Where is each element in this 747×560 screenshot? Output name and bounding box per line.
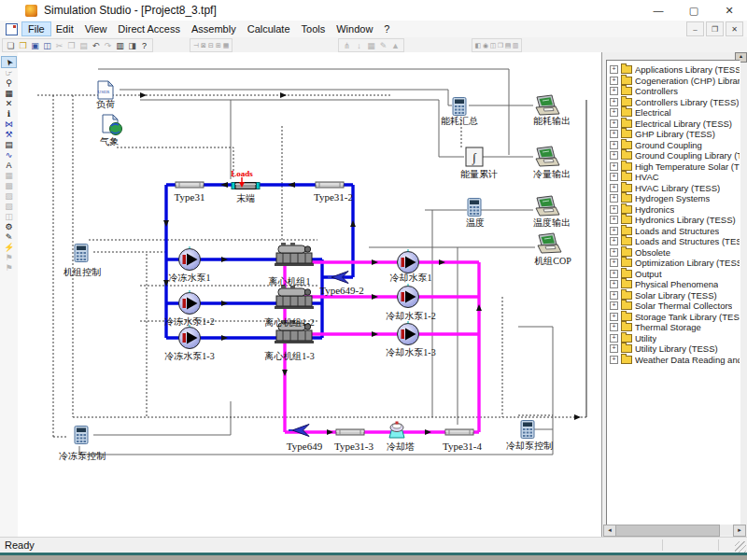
energy-sum-component[interactable] [453,98,466,116]
flag-tool-2-icon[interactable]: ⚑ [2,262,16,273]
scroll-left-button[interactable]: ◂ [603,525,616,537]
pipe-type31-2[interactable] [316,182,344,188]
assembly-view-button[interactable]: ▲ [389,40,402,51]
view-tool-4-button[interactable]: ❐ [497,40,504,51]
menu-item[interactable]: Window [331,22,378,35]
scroll-thumb[interactable] [615,525,720,537]
tree-item[interactable]: + GHP Library (TESS) [607,129,740,140]
tree-item[interactable]: + Ground Coupling Library (TESS) [607,150,740,161]
expand-icon[interactable]: + [610,151,618,160]
tree-item[interactable]: + Utility [607,333,740,344]
expand-icon[interactable]: + [610,313,618,321]
layout-tool-4-icon[interactable]: ▧ [2,201,16,211]
expand-icon[interactable]: + [610,108,618,117]
tree-item[interactable]: + Hydronics Library (TESS) [607,215,740,226]
expand-icon[interactable]: + [610,344,618,353]
chw-pump-control-component[interactable] [75,427,88,444]
tree-item[interactable]: + Utility Library (TESS) [607,343,740,355]
expand-icon[interactable]: + [610,216,618,224]
mdi-close-button[interactable]: ✕ [726,21,743,36]
cut-button[interactable]: ✂ [53,40,65,51]
project-canvas[interactable]: USER ∫ [18,52,601,537]
menu-item[interactable]: Calculate [242,22,296,35]
expand-icon[interactable]: + [610,301,618,310]
menu-item[interactable]: ? [378,22,395,35]
mdi-restore-button[interactable]: ❐ [706,21,724,36]
cooling-output-component[interactable] [536,147,559,166]
tree-item[interactable]: + Physical Phenomena [607,279,740,290]
minimize-button[interactable]: — [641,0,676,21]
tree-item[interactable]: + Solar Thermal Collectors [607,301,740,312]
expand-icon[interactable]: + [610,237,618,245]
cw-pump-2[interactable] [398,284,419,308]
expand-icon[interactable]: + [610,130,618,138]
tree-item[interactable]: + HVAC [607,172,740,183]
copy-button[interactable]: ❐ [65,40,78,51]
menu-item[interactable]: Edit [50,22,79,35]
expand-icon[interactable]: + [610,356,618,364]
expand-icon[interactable]: + [610,227,618,235]
undo-button[interactable]: ↶ [90,40,102,51]
save-button[interactable]: ▣ [29,40,41,51]
tree-item[interactable]: + Loads and Structures [607,226,740,237]
expand-icon[interactable]: + [610,119,618,128]
tree-item[interactable]: + Cogeneration (CHP) Library (TESS) [607,76,740,87]
chw-pump-3[interactable] [179,325,201,349]
tree-item[interactable]: + Optimization Library (TESS) [607,258,740,269]
menu-item[interactable]: File [22,22,50,35]
layout-tool-1-icon[interactable]: ▦ [2,170,16,180]
pointer-tool-icon[interactable]: ➤ [2,57,16,67]
chw-pump-2[interactable] [179,290,201,315]
tree-item[interactable]: + Weather Data Reading and Process [607,355,740,366]
expand-icon[interactable]: + [610,65,618,74]
expand-icon[interactable]: + [610,334,618,343]
info-tool-icon[interactable]: ℹ [2,108,16,119]
maximize-button[interactable]: ▢ [676,0,712,21]
terminal-unit[interactable] [232,183,260,189]
expand-icon[interactable]: + [610,173,618,181]
temperature-component[interactable] [468,199,481,217]
stamp-tool-icon[interactable]: ▤ [2,139,16,149]
cw-pump-3[interactable] [398,321,419,345]
delete-tool-icon[interactable]: ✕ [2,98,16,108]
zoom-tool-icon[interactable]: ⚲ [2,77,16,88]
cooling-tower-component[interactable] [389,422,404,439]
help-button[interactable]: ? [138,40,150,51]
chiller-1[interactable] [275,243,314,266]
tree-item[interactable]: + Applications Library (TESS) [607,64,740,76]
redo-button[interactable]: ↷ [102,40,114,51]
pan-hand-icon[interactable]: ☞ [2,67,16,77]
menu-item[interactable]: Direct Access [112,22,186,35]
paste-button[interactable]: ▤ [78,40,90,51]
expand-icon[interactable]: + [610,205,618,214]
expand-icon[interactable]: + [610,259,618,267]
sort-button[interactable]: ↓ [353,40,365,51]
chiller-2[interactable] [275,286,314,309]
cw-pump-control-component[interactable] [521,421,534,439]
tree-item[interactable]: + Ground Coupling [607,140,740,151]
settings-tool-icon[interactable]: ⚙ [2,221,16,231]
expand-icon[interactable]: + [610,194,618,203]
open-button[interactable]: ❒ [17,40,29,51]
cop-output-component[interactable] [538,233,561,253]
expand-icon[interactable]: + [610,248,618,257]
print-button[interactable]: ▥ [114,40,126,51]
expand-icon[interactable]: + [610,291,618,300]
unit-control-component[interactable] [75,245,88,262]
mdi-minimize-button[interactable]: – [686,21,704,36]
tree-item[interactable]: + Hydrogen Systems [607,193,740,204]
edit-proforma-button[interactable]: ✎ [377,40,389,51]
tree-item[interactable]: + Electrical [607,107,740,119]
flag-tool-1-icon[interactable]: ⚑ [2,252,16,262]
expand-icon[interactable]: + [610,184,618,192]
tree-item[interactable]: + Obsolete [607,247,740,259]
grid-tool-icon[interactable]: ▦ [2,88,16,98]
expand-icon[interactable]: + [610,87,618,95]
close-button[interactable]: ✕ [712,0,747,21]
expand-button[interactable]: ⊞ [215,40,222,51]
link-tool-icon[interactable]: ⋈ [2,119,16,129]
close-view-button[interactable]: ⊠ [200,40,207,51]
expand-icon[interactable]: + [610,77,618,85]
resize-window-button[interactable]: ⊣ [192,40,200,51]
expand-icon[interactable]: + [610,323,618,331]
